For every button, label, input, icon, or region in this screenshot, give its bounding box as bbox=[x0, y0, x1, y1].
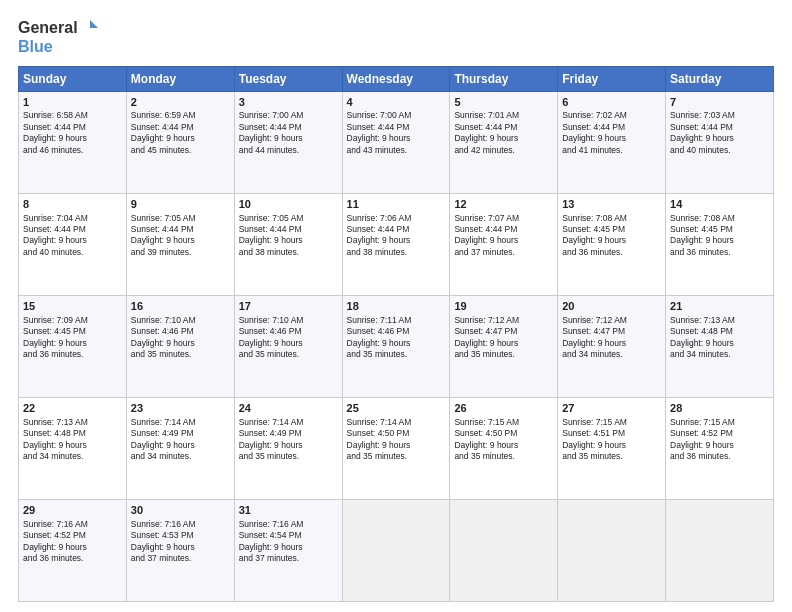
sunset-text: Sunset: 4:44 PM bbox=[347, 224, 410, 234]
col-thursday: Thursday bbox=[450, 66, 558, 91]
day-number: 30 bbox=[131, 503, 230, 518]
col-sunday: Sunday bbox=[19, 66, 127, 91]
logo-arrow-icon bbox=[80, 18, 100, 38]
sunset-text: Sunset: 4:45 PM bbox=[562, 224, 625, 234]
day-number: 1 bbox=[23, 95, 122, 110]
sunrise-text: Sunrise: 7:13 AM bbox=[23, 417, 88, 427]
sunrise-text: Sunrise: 7:16 AM bbox=[131, 519, 196, 529]
calendar-cell: 29Sunrise: 7:16 AMSunset: 4:52 PMDayligh… bbox=[19, 499, 127, 601]
sunset-text: Sunset: 4:52 PM bbox=[670, 428, 733, 438]
daylight-label: Daylight: 9 hoursand 37 minutes. bbox=[131, 542, 195, 563]
daylight-label: Daylight: 9 hoursand 34 minutes. bbox=[23, 440, 87, 461]
header-row: Sunday Monday Tuesday Wednesday Thursday… bbox=[19, 66, 774, 91]
sunset-text: Sunset: 4:49 PM bbox=[239, 428, 302, 438]
calendar-cell: 4Sunrise: 7:00 AMSunset: 4:44 PMDaylight… bbox=[342, 91, 450, 193]
sunset-text: Sunset: 4:52 PM bbox=[23, 530, 86, 540]
day-number: 12 bbox=[454, 197, 553, 212]
daylight-label: Daylight: 9 hoursand 46 minutes. bbox=[23, 133, 87, 154]
day-number: 6 bbox=[562, 95, 661, 110]
day-number: 3 bbox=[239, 95, 338, 110]
daylight-label: Daylight: 9 hoursand 44 minutes. bbox=[239, 133, 303, 154]
sunrise-text: Sunrise: 7:09 AM bbox=[23, 315, 88, 325]
calendar-cell: 1Sunrise: 6:58 AMSunset: 4:44 PMDaylight… bbox=[19, 91, 127, 193]
sunrise-text: Sunrise: 7:00 AM bbox=[239, 110, 304, 120]
day-number: 25 bbox=[347, 401, 446, 416]
header: General Blue bbox=[18, 18, 774, 56]
sunset-text: Sunset: 4:44 PM bbox=[454, 122, 517, 132]
day-number: 13 bbox=[562, 197, 661, 212]
calendar-cell bbox=[666, 499, 774, 601]
sunset-text: Sunset: 4:46 PM bbox=[131, 326, 194, 336]
sunrise-text: Sunrise: 7:00 AM bbox=[347, 110, 412, 120]
calendar-week-2: 8Sunrise: 7:04 AMSunset: 4:44 PMDaylight… bbox=[19, 193, 774, 295]
day-number: 8 bbox=[23, 197, 122, 212]
daylight-label: Daylight: 9 hoursand 35 minutes. bbox=[562, 440, 626, 461]
daylight-label: Daylight: 9 hoursand 37 minutes. bbox=[239, 542, 303, 563]
calendar-cell: 31Sunrise: 7:16 AMSunset: 4:54 PMDayligh… bbox=[234, 499, 342, 601]
daylight-label: Daylight: 9 hoursand 35 minutes. bbox=[239, 338, 303, 359]
calendar-cell: 13Sunrise: 7:08 AMSunset: 4:45 PMDayligh… bbox=[558, 193, 666, 295]
col-wednesday: Wednesday bbox=[342, 66, 450, 91]
sunrise-text: Sunrise: 7:05 AM bbox=[131, 213, 196, 223]
calendar-week-4: 22Sunrise: 7:13 AMSunset: 4:48 PMDayligh… bbox=[19, 397, 774, 499]
sunset-text: Sunset: 4:44 PM bbox=[23, 224, 86, 234]
calendar-table: Sunday Monday Tuesday Wednesday Thursday… bbox=[18, 66, 774, 602]
calendar-cell: 9Sunrise: 7:05 AMSunset: 4:44 PMDaylight… bbox=[126, 193, 234, 295]
sunset-text: Sunset: 4:51 PM bbox=[562, 428, 625, 438]
daylight-label: Daylight: 9 hoursand 34 minutes. bbox=[562, 338, 626, 359]
calendar-cell: 3Sunrise: 7:00 AMSunset: 4:44 PMDaylight… bbox=[234, 91, 342, 193]
sunset-text: Sunset: 4:44 PM bbox=[562, 122, 625, 132]
day-number: 14 bbox=[670, 197, 769, 212]
calendar-cell: 17Sunrise: 7:10 AMSunset: 4:46 PMDayligh… bbox=[234, 295, 342, 397]
calendar-cell: 30Sunrise: 7:16 AMSunset: 4:53 PMDayligh… bbox=[126, 499, 234, 601]
sunrise-text: Sunrise: 7:07 AM bbox=[454, 213, 519, 223]
daylight-label: Daylight: 9 hoursand 35 minutes. bbox=[454, 338, 518, 359]
day-number: 2 bbox=[131, 95, 230, 110]
sunrise-text: Sunrise: 7:02 AM bbox=[562, 110, 627, 120]
day-number: 17 bbox=[239, 299, 338, 314]
sunrise-text: Sunrise: 7:05 AM bbox=[239, 213, 304, 223]
sunrise-text: Sunrise: 7:15 AM bbox=[562, 417, 627, 427]
calendar-cell: 12Sunrise: 7:07 AMSunset: 4:44 PMDayligh… bbox=[450, 193, 558, 295]
daylight-label: Daylight: 9 hoursand 35 minutes. bbox=[131, 338, 195, 359]
sunset-text: Sunset: 4:44 PM bbox=[239, 122, 302, 132]
sunrise-text: Sunrise: 6:59 AM bbox=[131, 110, 196, 120]
sunset-text: Sunset: 4:53 PM bbox=[131, 530, 194, 540]
calendar-cell: 5Sunrise: 7:01 AMSunset: 4:44 PMDaylight… bbox=[450, 91, 558, 193]
sunset-text: Sunset: 4:47 PM bbox=[454, 326, 517, 336]
day-number: 9 bbox=[131, 197, 230, 212]
sunrise-text: Sunrise: 7:16 AM bbox=[239, 519, 304, 529]
sunrise-text: Sunrise: 7:11 AM bbox=[347, 315, 412, 325]
daylight-label: Daylight: 9 hoursand 34 minutes. bbox=[670, 338, 734, 359]
sunrise-text: Sunrise: 7:06 AM bbox=[347, 213, 412, 223]
sunset-text: Sunset: 4:44 PM bbox=[454, 224, 517, 234]
calendar-cell: 24Sunrise: 7:14 AMSunset: 4:49 PMDayligh… bbox=[234, 397, 342, 499]
daylight-label: Daylight: 9 hoursand 37 minutes. bbox=[454, 235, 518, 256]
sunset-text: Sunset: 4:45 PM bbox=[23, 326, 86, 336]
day-number: 21 bbox=[670, 299, 769, 314]
calendar-cell: 15Sunrise: 7:09 AMSunset: 4:45 PMDayligh… bbox=[19, 295, 127, 397]
daylight-label: Daylight: 9 hoursand 40 minutes. bbox=[670, 133, 734, 154]
sunrise-text: Sunrise: 7:14 AM bbox=[239, 417, 304, 427]
sunrise-text: Sunrise: 7:13 AM bbox=[670, 315, 735, 325]
daylight-label: Daylight: 9 hoursand 36 minutes. bbox=[670, 440, 734, 461]
col-monday: Monday bbox=[126, 66, 234, 91]
calendar-cell: 25Sunrise: 7:14 AMSunset: 4:50 PMDayligh… bbox=[342, 397, 450, 499]
calendar-week-5: 29Sunrise: 7:16 AMSunset: 4:52 PMDayligh… bbox=[19, 499, 774, 601]
day-number: 20 bbox=[562, 299, 661, 314]
daylight-label: Daylight: 9 hoursand 35 minutes. bbox=[239, 440, 303, 461]
sunset-text: Sunset: 4:44 PM bbox=[131, 122, 194, 132]
day-number: 18 bbox=[347, 299, 446, 314]
sunset-text: Sunset: 4:50 PM bbox=[454, 428, 517, 438]
sunset-text: Sunset: 4:44 PM bbox=[131, 224, 194, 234]
day-number: 11 bbox=[347, 197, 446, 212]
calendar-cell: 7Sunrise: 7:03 AMSunset: 4:44 PMDaylight… bbox=[666, 91, 774, 193]
logo-blue: Blue bbox=[18, 38, 53, 56]
calendar-week-3: 15Sunrise: 7:09 AMSunset: 4:45 PMDayligh… bbox=[19, 295, 774, 397]
calendar-cell: 26Sunrise: 7:15 AMSunset: 4:50 PMDayligh… bbox=[450, 397, 558, 499]
page: General Blue Sunday Monday Tuesday Wedne… bbox=[0, 0, 792, 612]
sunrise-text: Sunrise: 7:15 AM bbox=[670, 417, 735, 427]
sunrise-text: Sunrise: 7:10 AM bbox=[239, 315, 304, 325]
day-number: 29 bbox=[23, 503, 122, 518]
day-number: 19 bbox=[454, 299, 553, 314]
